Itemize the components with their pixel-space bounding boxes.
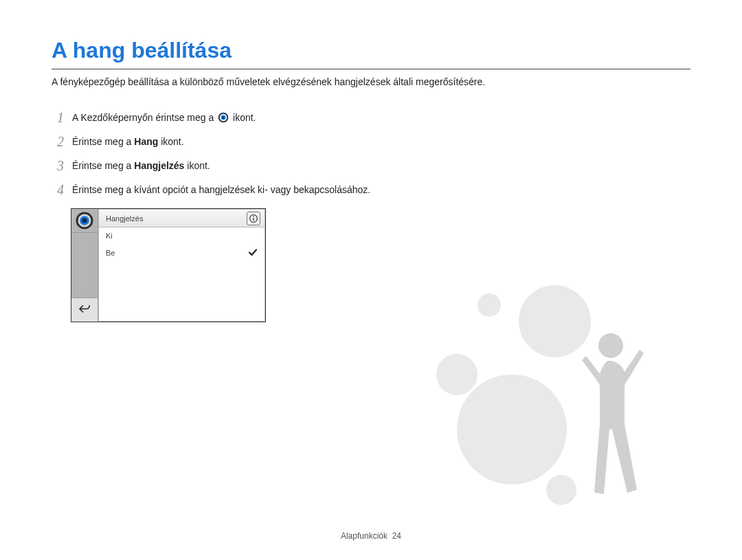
- device-back-cell: [71, 298, 98, 322]
- step-2: 2 Érintse meg a Hang ikont.: [52, 135, 381, 149]
- device-menu-screenshot: Hangjelzés Ki Be: [71, 208, 266, 322]
- step-text-after: ikont.: [233, 112, 256, 123]
- svg-point-7: [82, 218, 87, 223]
- checkmark-icon: [248, 247, 258, 258]
- settings-gear-icon: [75, 211, 94, 230]
- footer-page-number: 24: [392, 531, 401, 541]
- step-body: Érintse meg a Hangjelzés ikont.: [72, 159, 381, 173]
- step-bold: Hang: [134, 136, 158, 147]
- step-body: A Kezdőképernyőn érintse meg a ikont.: [72, 111, 381, 125]
- device-fill: [99, 262, 265, 321]
- decorative-illustration: [429, 278, 677, 512]
- step-body: Érintse meg a kívánt opciót a hangjelzés…: [72, 183, 381, 197]
- step-bold: Hangjelzés: [134, 160, 184, 171]
- step-text: Érintse meg a: [72, 136, 134, 147]
- manual-page: A hang beállítása A fényképezőgép beállí…: [0, 0, 742, 560]
- page-footer: Alapfunkciók 24: [0, 531, 742, 541]
- step-text-after: ikont.: [158, 136, 183, 147]
- svg-rect-9: [253, 218, 254, 221]
- step-text: Érintse meg a: [72, 160, 134, 171]
- device-option-label: Be: [106, 249, 115, 257]
- device-right-panel: Hangjelzés Ki Be: [98, 209, 265, 322]
- step-body: Érintse meg a Hang ikont.: [72, 135, 381, 149]
- page-subtitle: A fényképezőgép beállítása a különböző m…: [52, 76, 690, 87]
- info-icon: [247, 212, 260, 225]
- step-text: Érintse meg a kívánt opciót a hangjelzés…: [72, 184, 370, 195]
- svg-point-10: [253, 216, 254, 217]
- device-left-strip: [71, 209, 98, 322]
- step-number: 1: [52, 111, 64, 125]
- back-arrow-icon: [78, 304, 91, 316]
- device-settings-cell: [71, 209, 98, 233]
- device-option-be: Be: [99, 245, 265, 262]
- target-icon: [218, 112, 229, 123]
- device-left-mid: [71, 233, 98, 298]
- steps-list: 1 A Kezdőképernyőn érintse meg a ikont. …: [52, 111, 381, 322]
- step-number: 3: [52, 159, 64, 173]
- step-text-after: ikont.: [184, 160, 210, 171]
- step-1: 1 A Kezdőképernyőn érintse meg a ikont.: [52, 111, 381, 125]
- title-rule: [52, 69, 690, 69]
- device-menu-header: Hangjelzés: [99, 210, 265, 227]
- child-silhouette-icon: [568, 333, 644, 512]
- device-menu-title: Hangjelzés: [106, 214, 143, 223]
- footer-section: Alapfunkciók: [341, 531, 387, 541]
- svg-point-3: [223, 117, 225, 119]
- page-title: A hang beállítása: [52, 38, 690, 63]
- step-text: A Kezdőképernyőn érintse meg a: [72, 112, 216, 123]
- step-3: 3 Érintse meg a Hangjelzés ikont.: [52, 159, 381, 173]
- step-number: 4: [52, 183, 64, 197]
- step-4: 4 Érintse meg a kívánt opciót a hangjelz…: [52, 183, 381, 197]
- device-option-ki: Ki: [99, 227, 265, 245]
- step-number: 2: [52, 135, 64, 149]
- device-option-label: Ki: [106, 232, 113, 240]
